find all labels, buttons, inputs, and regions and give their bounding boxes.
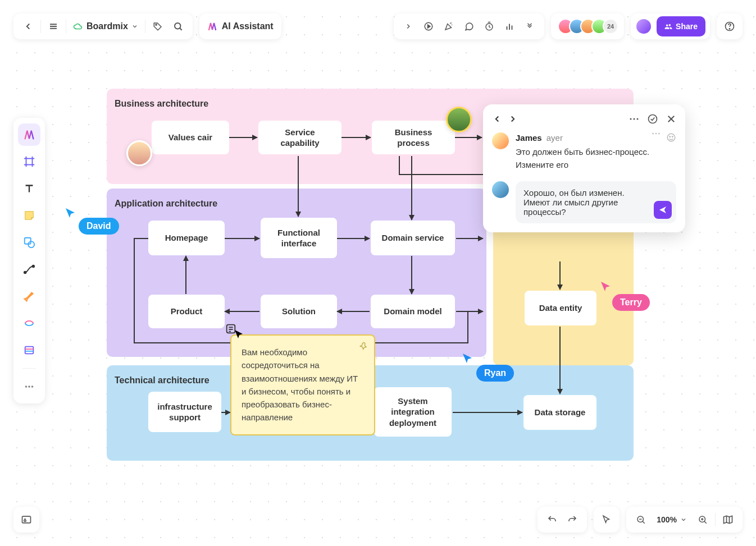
node-infra-support[interactable]: infrastructure support — [148, 392, 221, 432]
help-button[interactable] — [721, 16, 738, 36]
node-domain-model[interactable]: Domain model — [371, 295, 455, 328]
collaborator-avatars[interactable]: 24 — [558, 19, 618, 34]
pointer-mode-button[interactable] — [598, 510, 615, 530]
collaborator-avatar-canvas[interactable] — [446, 107, 472, 132]
svg-point-38 — [652, 133, 654, 135]
node-homepage[interactable]: Homepage — [148, 221, 225, 255]
location-button[interactable] — [13, 507, 39, 533]
cursor-black-icon — [234, 329, 246, 341]
tool-shape[interactable] — [18, 231, 40, 254]
tool-text[interactable] — [18, 177, 40, 200]
arrow — [455, 137, 482, 138]
comment-prev-button[interactable] — [492, 114, 502, 124]
svg-point-25 — [25, 386, 28, 388]
arrow — [411, 156, 412, 220]
cursor-terry: Terry — [612, 294, 650, 311]
send-button[interactable] — [654, 201, 672, 219]
chat-button[interactable] — [459, 16, 479, 36]
arrow — [337, 238, 370, 239]
section-title: Application architecture — [115, 199, 217, 209]
search-button[interactable] — [168, 16, 188, 36]
node-business-process[interactable]: Business process — [372, 121, 455, 154]
poll-button[interactable] — [499, 16, 520, 36]
svg-point-35 — [649, 115, 657, 123]
comment-more-button[interactable] — [629, 117, 639, 121]
tool-table[interactable] — [18, 339, 40, 361]
project-title[interactable]: Boardmix — [69, 21, 143, 31]
arrow — [453, 412, 522, 413]
comment-time: ayer — [546, 133, 563, 143]
bottom-toolbar: 100% — [538, 507, 743, 533]
svg-point-45 — [24, 520, 26, 521]
share-button[interactable]: Share — [657, 16, 705, 36]
left-toolbar — [13, 118, 45, 403]
cursor-icon — [462, 352, 475, 366]
comment-next-button[interactable] — [508, 114, 518, 124]
current-user-avatar[interactable] — [635, 18, 652, 35]
node-service-capability[interactable]: Service capability — [258, 121, 341, 154]
top-toolbar: Boardmix AI Assistant — [13, 13, 743, 39]
node-functional-interface[interactable]: Functional interface — [261, 218, 337, 258]
node-values-cair[interactable]: Values cair — [152, 121, 229, 154]
zoom-out-button[interactable] — [631, 510, 651, 530]
svg-rect-44 — [22, 516, 31, 523]
line — [399, 156, 400, 175]
back-button[interactable] — [18, 16, 38, 36]
pin-icon[interactable] — [359, 341, 368, 354]
ai-assistant-button[interactable]: AI Assistant — [199, 13, 281, 39]
left-pill: Boardmix — [13, 13, 193, 39]
svg-point-27 — [31, 386, 34, 388]
arrow — [456, 238, 483, 239]
svg-point-21 — [33, 265, 35, 268]
zoom-in-button[interactable] — [693, 510, 713, 530]
tool-template[interactable] — [18, 123, 40, 146]
svg-point-34 — [637, 118, 639, 120]
close-button[interactable] — [666, 114, 676, 124]
play-button[interactable] — [418, 16, 439, 36]
expand-right-icon[interactable] — [398, 16, 418, 36]
ai-logo-icon — [207, 21, 217, 31]
minimap-button[interactable] — [718, 510, 738, 530]
timer-button[interactable] — [479, 16, 499, 36]
sticky-note[interactable]: Вам необходимо сосредоточиться на взаимо… — [230, 334, 375, 435]
menu-button[interactable] — [43, 16, 63, 36]
resolve-button[interactable] — [647, 113, 658, 125]
emoji-button[interactable] — [666, 132, 676, 143]
reply-input[interactable]: Хорошо, он был изменен. Имеют ли смысл д… — [516, 181, 676, 223]
node-system-integration[interactable]: System integration deployment — [374, 387, 452, 437]
svg-point-39 — [655, 133, 657, 135]
tool-pen[interactable] — [18, 285, 40, 308]
cursor-icon — [65, 207, 78, 221]
node-solution[interactable]: Solution — [261, 295, 337, 328]
tool-frame[interactable] — [18, 150, 40, 173]
more-tools-button[interactable] — [520, 16, 540, 36]
reply-avatar — [492, 181, 509, 198]
arrow — [298, 156, 299, 217]
comment-text: Это должен быть бизнес-процесс. Измените… — [516, 146, 676, 171]
cursor-david: David — [79, 218, 119, 235]
tag-button[interactable] — [148, 16, 168, 36]
node-product[interactable]: Product — [148, 295, 225, 328]
confetti-button[interactable] — [439, 16, 459, 36]
tool-sticky[interactable] — [18, 204, 40, 227]
undo-button[interactable] — [542, 510, 562, 530]
node-data-entity[interactable]: Data entity — [525, 291, 596, 325]
zoom-level[interactable]: 100% — [651, 515, 693, 524]
tool-connector[interactable] — [18, 258, 40, 281]
svg-point-26 — [28, 386, 30, 388]
node-domain-service[interactable]: Domain service — [371, 221, 455, 255]
comment-item-more[interactable] — [652, 132, 661, 135]
cursor-icon — [600, 281, 613, 294]
ai-assistant-label: AI Assistant — [222, 21, 274, 31]
redo-button[interactable] — [562, 510, 582, 530]
tool-more[interactable] — [18, 375, 40, 398]
line — [134, 238, 135, 343]
cursor-ryan: Ryan — [476, 365, 514, 382]
arrow — [221, 412, 230, 413]
avatar-more-count[interactable]: 24 — [603, 19, 618, 34]
arrow — [225, 311, 259, 312]
tool-mindmap[interactable] — [18, 312, 40, 334]
collaborator-avatar-canvas[interactable] — [126, 140, 152, 166]
node-data-storage[interactable]: Data storage — [523, 395, 596, 430]
svg-line-5 — [180, 28, 182, 30]
